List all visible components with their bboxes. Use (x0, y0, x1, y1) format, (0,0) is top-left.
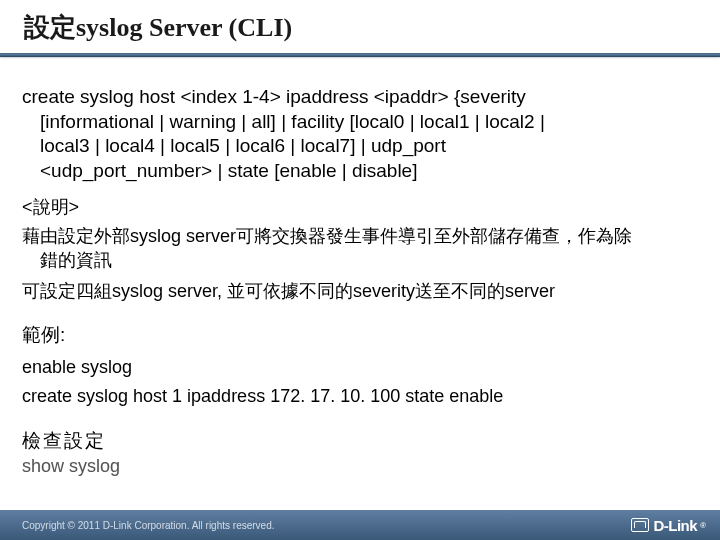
command-line-2: [informational | warning | all] | facili… (22, 110, 698, 135)
title-en: syslog Server (CLI) (76, 13, 292, 42)
check-command: show syslog (22, 455, 698, 478)
slide-container: 設定syslog Server (CLI) create syslog host… (0, 0, 720, 540)
dlink-icon (631, 518, 649, 532)
description-1a: 藉由設定外部syslog server可將交換器發生事件導引至外部儲存備查，作為… (22, 226, 632, 246)
description-1: 藉由設定外部syslog server可將交換器發生事件導引至外部儲存備查，作為… (22, 225, 698, 272)
footer-copyright: Copyright © 2011 D-Link Corporation. All… (22, 520, 275, 531)
example-label: 範例: (22, 323, 698, 348)
footer-bar: Copyright © 2011 D-Link Corporation. All… (0, 510, 720, 540)
check-label: 檢查設定 (22, 429, 698, 454)
logo-text: D-Link (653, 517, 697, 534)
example-line-2: create syslog host 1 ipaddress 172. 17. … (22, 385, 698, 408)
title-zh: 設定 (24, 12, 76, 42)
slide-title: 設定syslog Server (CLI) (0, 0, 720, 53)
description-2: 可設定四組syslog server, 並可依據不同的severity送至不同的… (22, 280, 698, 303)
command-line-1: create syslog host <index 1-4> ipaddress… (22, 86, 526, 107)
description-1b: 錯的資訊 (22, 249, 698, 272)
command-line-4: <udp_port_number> | state [enable | disa… (22, 159, 698, 184)
brand-logo: D-Link ® (631, 517, 706, 534)
command-line-3: local3 | local4 | local5 | local6 | loca… (22, 134, 698, 159)
registered-icon: ® (700, 521, 706, 530)
explanation-label: <說明> (22, 196, 698, 219)
example-line-1: enable syslog (22, 356, 698, 379)
slide-content: create syslog host <index 1-4> ipaddress… (0, 57, 720, 479)
command-syntax: create syslog host <index 1-4> ipaddress… (22, 85, 698, 184)
